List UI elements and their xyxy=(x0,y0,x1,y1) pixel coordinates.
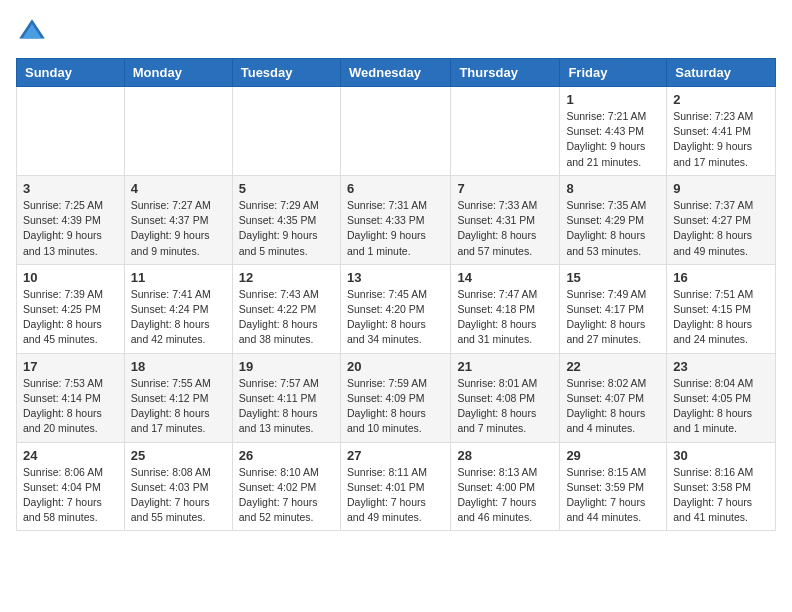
calendar-table: SundayMondayTuesdayWednesdayThursdayFrid… xyxy=(16,58,776,531)
day-info: Sunrise: 7:25 AM Sunset: 4:39 PM Dayligh… xyxy=(23,198,118,259)
day-number: 2 xyxy=(673,92,769,107)
calendar-header-saturday: Saturday xyxy=(667,59,776,87)
day-number: 19 xyxy=(239,359,334,374)
day-info: Sunrise: 7:51 AM Sunset: 4:15 PM Dayligh… xyxy=(673,287,769,348)
day-number: 5 xyxy=(239,181,334,196)
calendar-cell: 2Sunrise: 7:23 AM Sunset: 4:41 PM Daylig… xyxy=(667,87,776,176)
calendar-cell: 22Sunrise: 8:02 AM Sunset: 4:07 PM Dayli… xyxy=(560,353,667,442)
calendar-header-tuesday: Tuesday xyxy=(232,59,340,87)
calendar-cell xyxy=(451,87,560,176)
calendar-cell: 4Sunrise: 7:27 AM Sunset: 4:37 PM Daylig… xyxy=(124,175,232,264)
day-number: 16 xyxy=(673,270,769,285)
calendar-cell: 16Sunrise: 7:51 AM Sunset: 4:15 PM Dayli… xyxy=(667,264,776,353)
day-info: Sunrise: 8:16 AM Sunset: 3:58 PM Dayligh… xyxy=(673,465,769,526)
calendar-cell xyxy=(340,87,450,176)
day-number: 27 xyxy=(347,448,444,463)
day-info: Sunrise: 8:02 AM Sunset: 4:07 PM Dayligh… xyxy=(566,376,660,437)
day-number: 1 xyxy=(566,92,660,107)
day-number: 14 xyxy=(457,270,553,285)
day-number: 28 xyxy=(457,448,553,463)
day-info: Sunrise: 7:23 AM Sunset: 4:41 PM Dayligh… xyxy=(673,109,769,170)
day-number: 7 xyxy=(457,181,553,196)
day-info: Sunrise: 8:04 AM Sunset: 4:05 PM Dayligh… xyxy=(673,376,769,437)
calendar-cell: 14Sunrise: 7:47 AM Sunset: 4:18 PM Dayli… xyxy=(451,264,560,353)
day-info: Sunrise: 7:53 AM Sunset: 4:14 PM Dayligh… xyxy=(23,376,118,437)
calendar-week-3: 10Sunrise: 7:39 AM Sunset: 4:25 PM Dayli… xyxy=(17,264,776,353)
day-info: Sunrise: 7:41 AM Sunset: 4:24 PM Dayligh… xyxy=(131,287,226,348)
day-info: Sunrise: 8:06 AM Sunset: 4:04 PM Dayligh… xyxy=(23,465,118,526)
day-info: Sunrise: 7:49 AM Sunset: 4:17 PM Dayligh… xyxy=(566,287,660,348)
day-info: Sunrise: 7:31 AM Sunset: 4:33 PM Dayligh… xyxy=(347,198,444,259)
day-number: 30 xyxy=(673,448,769,463)
calendar-cell: 1Sunrise: 7:21 AM Sunset: 4:43 PM Daylig… xyxy=(560,87,667,176)
day-info: Sunrise: 7:21 AM Sunset: 4:43 PM Dayligh… xyxy=(566,109,660,170)
day-number: 17 xyxy=(23,359,118,374)
day-number: 25 xyxy=(131,448,226,463)
day-number: 23 xyxy=(673,359,769,374)
calendar-week-2: 3Sunrise: 7:25 AM Sunset: 4:39 PM Daylig… xyxy=(17,175,776,264)
day-number: 8 xyxy=(566,181,660,196)
calendar-header-wednesday: Wednesday xyxy=(340,59,450,87)
day-number: 3 xyxy=(23,181,118,196)
calendar-cell: 18Sunrise: 7:55 AM Sunset: 4:12 PM Dayli… xyxy=(124,353,232,442)
calendar-header-monday: Monday xyxy=(124,59,232,87)
calendar-week-4: 17Sunrise: 7:53 AM Sunset: 4:14 PM Dayli… xyxy=(17,353,776,442)
calendar-cell: 6Sunrise: 7:31 AM Sunset: 4:33 PM Daylig… xyxy=(340,175,450,264)
day-number: 29 xyxy=(566,448,660,463)
day-info: Sunrise: 7:37 AM Sunset: 4:27 PM Dayligh… xyxy=(673,198,769,259)
calendar-header-row: SundayMondayTuesdayWednesdayThursdayFrid… xyxy=(17,59,776,87)
day-number: 26 xyxy=(239,448,334,463)
calendar-cell: 11Sunrise: 7:41 AM Sunset: 4:24 PM Dayli… xyxy=(124,264,232,353)
calendar-cell: 13Sunrise: 7:45 AM Sunset: 4:20 PM Dayli… xyxy=(340,264,450,353)
calendar-cell: 10Sunrise: 7:39 AM Sunset: 4:25 PM Dayli… xyxy=(17,264,125,353)
calendar-cell: 15Sunrise: 7:49 AM Sunset: 4:17 PM Dayli… xyxy=(560,264,667,353)
day-number: 6 xyxy=(347,181,444,196)
calendar-cell: 28Sunrise: 8:13 AM Sunset: 4:00 PM Dayli… xyxy=(451,442,560,531)
calendar-cell: 17Sunrise: 7:53 AM Sunset: 4:14 PM Dayli… xyxy=(17,353,125,442)
day-info: Sunrise: 8:13 AM Sunset: 4:00 PM Dayligh… xyxy=(457,465,553,526)
calendar-cell: 20Sunrise: 7:59 AM Sunset: 4:09 PM Dayli… xyxy=(340,353,450,442)
calendar-cell xyxy=(124,87,232,176)
day-number: 13 xyxy=(347,270,444,285)
day-number: 12 xyxy=(239,270,334,285)
calendar-header-sunday: Sunday xyxy=(17,59,125,87)
calendar-header-thursday: Thursday xyxy=(451,59,560,87)
day-info: Sunrise: 8:01 AM Sunset: 4:08 PM Dayligh… xyxy=(457,376,553,437)
calendar-cell: 27Sunrise: 8:11 AM Sunset: 4:01 PM Dayli… xyxy=(340,442,450,531)
day-info: Sunrise: 8:11 AM Sunset: 4:01 PM Dayligh… xyxy=(347,465,444,526)
day-info: Sunrise: 7:47 AM Sunset: 4:18 PM Dayligh… xyxy=(457,287,553,348)
day-number: 21 xyxy=(457,359,553,374)
day-info: Sunrise: 7:45 AM Sunset: 4:20 PM Dayligh… xyxy=(347,287,444,348)
day-info: Sunrise: 8:10 AM Sunset: 4:02 PM Dayligh… xyxy=(239,465,334,526)
calendar-cell xyxy=(17,87,125,176)
logo-icon xyxy=(16,16,48,48)
calendar-week-1: 1Sunrise: 7:21 AM Sunset: 4:43 PM Daylig… xyxy=(17,87,776,176)
calendar-cell xyxy=(232,87,340,176)
calendar-cell: 3Sunrise: 7:25 AM Sunset: 4:39 PM Daylig… xyxy=(17,175,125,264)
calendar-cell: 9Sunrise: 7:37 AM Sunset: 4:27 PM Daylig… xyxy=(667,175,776,264)
logo xyxy=(16,16,52,48)
calendar-cell: 19Sunrise: 7:57 AM Sunset: 4:11 PM Dayli… xyxy=(232,353,340,442)
day-number: 15 xyxy=(566,270,660,285)
day-info: Sunrise: 7:39 AM Sunset: 4:25 PM Dayligh… xyxy=(23,287,118,348)
day-number: 22 xyxy=(566,359,660,374)
day-info: Sunrise: 7:57 AM Sunset: 4:11 PM Dayligh… xyxy=(239,376,334,437)
day-number: 24 xyxy=(23,448,118,463)
calendar-week-5: 24Sunrise: 8:06 AM Sunset: 4:04 PM Dayli… xyxy=(17,442,776,531)
day-number: 18 xyxy=(131,359,226,374)
day-info: Sunrise: 7:27 AM Sunset: 4:37 PM Dayligh… xyxy=(131,198,226,259)
day-number: 20 xyxy=(347,359,444,374)
day-number: 9 xyxy=(673,181,769,196)
day-number: 4 xyxy=(131,181,226,196)
calendar-cell: 23Sunrise: 8:04 AM Sunset: 4:05 PM Dayli… xyxy=(667,353,776,442)
day-info: Sunrise: 8:08 AM Sunset: 4:03 PM Dayligh… xyxy=(131,465,226,526)
calendar-cell: 25Sunrise: 8:08 AM Sunset: 4:03 PM Dayli… xyxy=(124,442,232,531)
day-info: Sunrise: 7:55 AM Sunset: 4:12 PM Dayligh… xyxy=(131,376,226,437)
calendar-cell: 26Sunrise: 8:10 AM Sunset: 4:02 PM Dayli… xyxy=(232,442,340,531)
calendar-cell: 7Sunrise: 7:33 AM Sunset: 4:31 PM Daylig… xyxy=(451,175,560,264)
day-info: Sunrise: 7:29 AM Sunset: 4:35 PM Dayligh… xyxy=(239,198,334,259)
calendar-cell: 24Sunrise: 8:06 AM Sunset: 4:04 PM Dayli… xyxy=(17,442,125,531)
page-header xyxy=(16,16,776,48)
day-info: Sunrise: 7:33 AM Sunset: 4:31 PM Dayligh… xyxy=(457,198,553,259)
calendar-cell: 8Sunrise: 7:35 AM Sunset: 4:29 PM Daylig… xyxy=(560,175,667,264)
